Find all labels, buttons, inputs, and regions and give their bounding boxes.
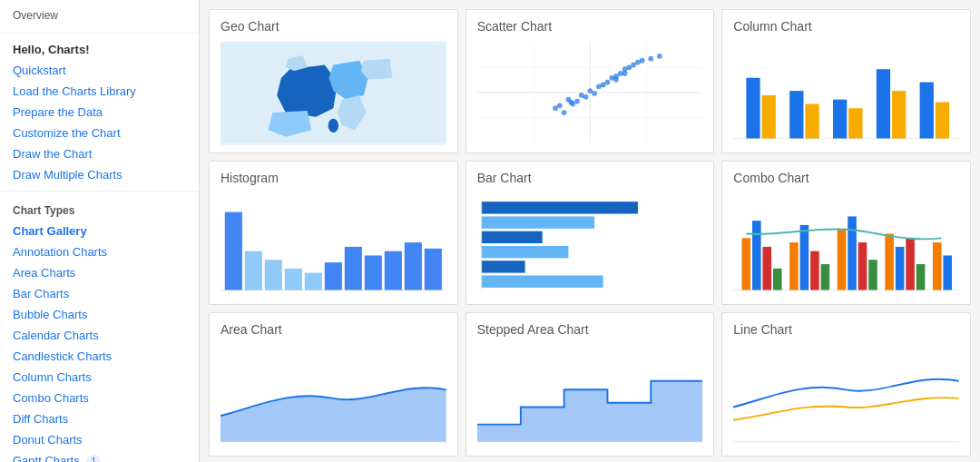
svg-point-7 <box>328 119 338 133</box>
scatter-chart-area <box>477 41 703 145</box>
sidebar-link-combo[interactable]: Combo Charts <box>0 388 199 408</box>
column-chart-title: Column Chart <box>733 19 959 34</box>
svg-rect-47 <box>849 108 863 138</box>
bar-chart-title: Bar Chart <box>477 171 703 185</box>
sidebar-link-draw-multiple[interactable]: Draw Multiple Charts <box>0 164 199 185</box>
sidebar-link-bar[interactable]: Bar Charts <box>0 283 199 304</box>
sidebar-link-bubble[interactable]: Bubble Charts <box>0 304 199 325</box>
bar-chart-card[interactable]: Bar Chart <box>466 161 715 305</box>
svg-rect-67 <box>481 202 637 213</box>
svg-point-33 <box>600 83 605 88</box>
svg-rect-49 <box>892 91 906 139</box>
svg-rect-60 <box>345 247 362 290</box>
sidebar-link-candlestick[interactable]: Candlestick Charts <box>0 346 199 367</box>
stepped-area-chart-title: Stepped Area Chart <box>477 322 703 337</box>
svg-rect-68 <box>481 216 593 228</box>
area-chart-area <box>220 344 446 448</box>
svg-rect-75 <box>742 238 751 290</box>
svg-point-35 <box>622 71 627 76</box>
svg-point-20 <box>587 88 593 93</box>
sidebar-link-quickstart[interactable]: Quickstart <box>0 60 199 81</box>
svg-rect-44 <box>789 91 803 139</box>
sidebar-link-gallery[interactable]: Chart Gallery <box>0 221 199 241</box>
sidebar-link-draw[interactable]: Draw the Chart <box>0 143 199 164</box>
chart-gallery-grid: Geo Chart <box>209 9 971 457</box>
geo-chart-title: Geo Chart <box>220 19 446 34</box>
svg-point-39 <box>557 103 563 108</box>
svg-rect-69 <box>481 231 542 243</box>
sidebar-link-load[interactable]: Load the Charts Library <box>0 81 199 102</box>
combo-chart-title: Combo Chart <box>733 171 959 185</box>
column-chart-card[interactable]: Column Chart <box>721 9 971 153</box>
svg-rect-85 <box>858 242 867 290</box>
svg-point-32 <box>574 99 580 104</box>
svg-rect-59 <box>325 262 342 290</box>
geo-chart-area <box>220 41 446 145</box>
svg-rect-57 <box>285 269 302 290</box>
gantt-badge: 1 <box>86 455 101 462</box>
column-chart-area <box>733 41 959 145</box>
breadcrumb: Overview <box>0 0 199 27</box>
sidebar-link-annotation[interactable]: Annotation Charts <box>0 241 199 262</box>
area-chart-card[interactable]: Area Chart <box>209 312 458 457</box>
svg-point-40 <box>568 100 573 105</box>
sidebar: Overview Hello, Charts! Quickstart Load … <box>0 0 200 462</box>
svg-rect-71 <box>481 260 524 272</box>
histogram-chart-card[interactable]: Histogram <box>209 161 458 305</box>
sidebar-link-gantt[interactable]: Gantt Charts 1 <box>0 450 199 462</box>
svg-point-15 <box>553 105 558 111</box>
sidebar-link-prepare[interactable]: Prepare the Data <box>0 102 199 123</box>
scatter-chart-card[interactable]: Scatter Chart <box>466 9 715 153</box>
combo-chart-area <box>733 192 959 297</box>
svg-point-27 <box>626 64 632 70</box>
stepped-area-chart-area <box>477 344 703 448</box>
svg-rect-43 <box>762 95 776 139</box>
svg-marker-6 <box>361 59 392 80</box>
chart-types-label: Chart Types <box>0 197 199 221</box>
svg-rect-42 <box>747 78 760 139</box>
svg-rect-48 <box>877 69 890 139</box>
svg-point-38 <box>657 54 662 59</box>
svg-rect-55 <box>245 251 262 290</box>
svg-rect-80 <box>800 225 809 290</box>
svg-rect-86 <box>869 260 878 290</box>
line-chart-area <box>733 344 959 448</box>
svg-rect-50 <box>920 83 934 139</box>
sidebar-link-calendar[interactable]: Calendar Charts <box>0 325 199 346</box>
svg-rect-81 <box>810 251 819 290</box>
svg-rect-58 <box>305 273 322 290</box>
svg-rect-46 <box>833 100 847 139</box>
area-chart-title: Area Chart <box>220 322 446 337</box>
svg-point-16 <box>561 110 566 115</box>
svg-rect-78 <box>773 269 782 290</box>
sidebar-link-diff[interactable]: Diff Charts <box>0 408 199 429</box>
svg-rect-79 <box>789 242 799 290</box>
sidebar-link-column[interactable]: Column Charts <box>0 367 199 388</box>
main-content: Geo Chart <box>200 0 980 462</box>
svg-rect-77 <box>763 247 772 290</box>
svg-rect-82 <box>821 264 830 290</box>
stepped-area-chart-card[interactable]: Stepped Area Chart <box>466 312 715 457</box>
line-chart-card[interactable]: Line Chart <box>721 312 971 457</box>
svg-rect-91 <box>933 242 942 290</box>
svg-rect-98 <box>733 347 959 447</box>
svg-rect-63 <box>405 242 422 290</box>
sidebar-link-area[interactable]: Area Charts <box>0 262 199 283</box>
svg-rect-83 <box>838 230 847 290</box>
svg-rect-62 <box>385 251 402 290</box>
sidebar-link-hello[interactable]: Hello, Charts! <box>0 39 199 60</box>
combo-chart-card[interactable]: Combo Chart <box>721 161 971 305</box>
geo-chart-card[interactable]: Geo Chart <box>209 9 458 153</box>
svg-point-31 <box>583 94 588 100</box>
line-chart-title: Line Chart <box>733 322 959 337</box>
svg-rect-64 <box>425 249 442 290</box>
svg-rect-90 <box>916 264 926 290</box>
sidebar-link-customize[interactable]: Customize the Chart <box>0 123 199 143</box>
svg-point-30 <box>592 91 597 96</box>
histogram-area <box>220 192 446 297</box>
sidebar-link-donut[interactable]: Donut Charts <box>0 429 199 450</box>
svg-rect-70 <box>481 246 568 258</box>
bar-chart-area <box>477 192 703 297</box>
svg-rect-76 <box>752 221 761 290</box>
svg-rect-84 <box>848 216 858 290</box>
